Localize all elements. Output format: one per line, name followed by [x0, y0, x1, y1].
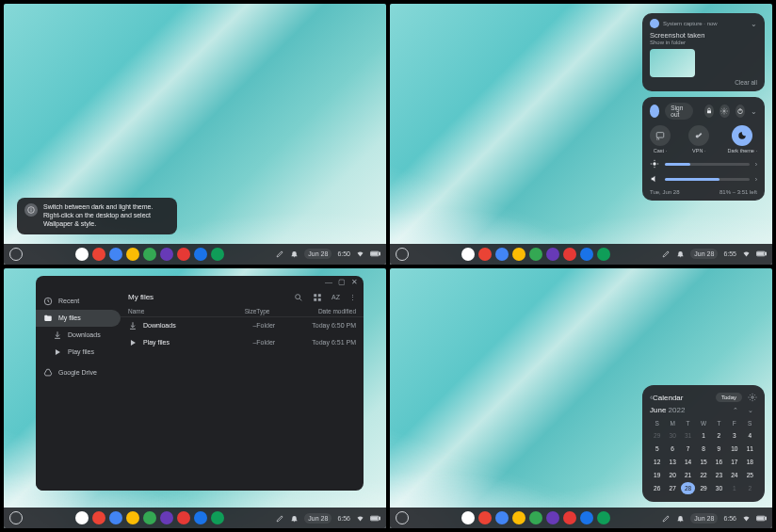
cal-day[interactable]: 28 — [681, 482, 695, 494]
app-youtube-icon[interactable] — [563, 248, 576, 261]
app-gmail-icon[interactable] — [478, 248, 492, 261]
sidebar-item-gdrive[interactable]: Google Drive — [36, 364, 121, 381]
tip-toast[interactable]: Switch between dark and light theme. Rig… — [17, 198, 177, 234]
app-chrome-icon[interactable] — [75, 248, 89, 261]
app-drive-icon[interactable] — [580, 248, 593, 261]
cal-day[interactable]: 22 — [696, 469, 710, 481]
cal-day[interactable]: 5 — [650, 443, 664, 455]
app-chrome-icon[interactable] — [461, 511, 475, 524]
app-sheets-icon[interactable] — [529, 511, 542, 524]
cal-day[interactable]: 2 — [712, 429, 726, 442]
app-keep-icon[interactable] — [512, 511, 525, 524]
cal-day[interactable]: 19 — [650, 469, 664, 481]
maximize-icon[interactable]: ▢ — [338, 278, 346, 286]
cal-day[interactable]: 10 — [727, 443, 741, 455]
app-gmail-icon[interactable] — [92, 511, 105, 524]
cal-day[interactable]: 13 — [665, 456, 679, 468]
app-app1-icon[interactable] — [160, 248, 173, 261]
cal-day[interactable]: 2 — [743, 482, 757, 494]
cal-day[interactable]: 8 — [696, 443, 710, 455]
notif-sub[interactable]: Show in folder — [650, 40, 757, 45]
sidebar-item-recent[interactable]: Recent — [36, 293, 121, 310]
cal-day[interactable]: 31 — [681, 429, 695, 442]
cal-day[interactable]: 20 — [665, 469, 679, 481]
cal-day[interactable]: 1 — [727, 482, 741, 494]
power-icon[interactable] — [736, 105, 745, 118]
gear-icon[interactable] — [719, 105, 729, 118]
cal-day[interactable]: 30 — [712, 482, 726, 494]
status-tray[interactable]: Jun 28 6:56 — [276, 513, 380, 524]
app-app1-icon[interactable] — [160, 511, 173, 524]
sidebar-item-myfiles[interactable]: My files — [36, 310, 121, 327]
cal-day[interactable]: 17 — [727, 456, 741, 468]
volume-slider[interactable]: › — [650, 174, 757, 184]
app-docs-icon[interactable] — [109, 511, 122, 524]
signout-button[interactable]: Sign out — [665, 103, 693, 120]
cal-day[interactable]: 7 — [681, 443, 695, 455]
tile-cast[interactable]: Cast · — [650, 125, 671, 153]
minimize-icon[interactable]: — — [325, 278, 332, 286]
avatar[interactable] — [650, 105, 659, 118]
cal-day[interactable]: 29 — [650, 429, 664, 442]
app-drive-icon[interactable] — [194, 511, 207, 524]
tile-vpn[interactable]: VPN · — [688, 125, 709, 153]
app-play-icon[interactable] — [597, 511, 610, 524]
cal-day[interactable]: 9 — [712, 443, 726, 455]
search-icon[interactable] — [294, 293, 303, 302]
grid-view-icon[interactable] — [313, 293, 322, 302]
app-sheets-icon[interactable] — [143, 248, 156, 261]
cal-day[interactable]: 29 — [696, 482, 710, 494]
lock-icon[interactable] — [704, 105, 714, 118]
app-app1-icon[interactable] — [546, 511, 559, 524]
app-app1-icon[interactable] — [546, 248, 559, 261]
prev-month-icon[interactable]: ⌃ — [729, 407, 742, 413]
app-keep-icon[interactable] — [512, 248, 525, 261]
app-play-icon[interactable] — [597, 248, 610, 261]
app-play-icon[interactable] — [211, 511, 224, 524]
cal-day[interactable]: 27 — [665, 482, 679, 494]
close-icon[interactable]: ✕ — [351, 278, 358, 286]
launcher-button[interactable] — [396, 511, 409, 524]
cal-day[interactable]: 23 — [712, 469, 726, 481]
today-button[interactable]: Today — [716, 393, 742, 402]
cal-day[interactable]: 30 — [665, 429, 679, 442]
cal-day[interactable]: 24 — [727, 469, 741, 481]
cal-day[interactable]: 12 — [650, 456, 664, 468]
screenshot-thumbnail[interactable] — [650, 49, 695, 77]
app-docs-icon[interactable] — [109, 248, 122, 261]
column-header[interactable]: Name Size Type Date modified — [121, 306, 364, 317]
launcher-button[interactable] — [396, 248, 409, 261]
app-gmail-icon[interactable] — [92, 248, 105, 261]
launcher-button[interactable] — [9, 511, 23, 524]
sort-button[interactable]: AZ — [331, 294, 340, 300]
launcher-button[interactable] — [9, 248, 23, 261]
app-youtube-icon[interactable] — [177, 511, 190, 524]
next-month-icon[interactable]: ⌄ — [744, 407, 757, 413]
cal-day[interactable]: 26 — [650, 482, 664, 494]
app-youtube-icon[interactable] — [563, 511, 576, 524]
tile-dark[interactable]: Dark theme · — [728, 125, 757, 153]
app-keep-icon[interactable] — [126, 248, 139, 261]
cal-day[interactable]: 4 — [743, 429, 757, 442]
app-youtube-icon[interactable] — [177, 248, 190, 261]
cal-day[interactable]: 6 — [665, 443, 679, 455]
cal-day[interactable]: 25 — [743, 469, 757, 481]
status-tray[interactable]: Jun 28 6:56 — [662, 513, 767, 524]
clear-all-button[interactable]: Clear all — [650, 79, 757, 86]
cal-day[interactable]: 15 — [696, 456, 710, 468]
app-gmail-icon[interactable] — [478, 511, 492, 524]
cal-day[interactable]: 1 — [696, 429, 710, 442]
app-drive-icon[interactable] — [194, 248, 207, 261]
app-docs-icon[interactable] — [495, 511, 509, 524]
app-chrome-icon[interactable] — [461, 248, 475, 261]
notification-card[interactable]: System capture · now ⌄ Screenshot taken … — [642, 13, 765, 91]
table-row[interactable]: Downloads – Folder Today 6:50 PM — [121, 317, 364, 334]
app-sheets-icon[interactable] — [529, 248, 542, 261]
chevron-right-icon[interactable]: › — [755, 161, 757, 168]
table-row[interactable]: Play files – Folder Today 6:51 PM — [121, 334, 364, 351]
status-tray[interactable]: Jun 28 6:55 — [662, 249, 767, 259]
chevron-down-icon[interactable]: ⌄ — [751, 20, 757, 28]
sidebar-item-downloads[interactable]: Downloads — [36, 327, 121, 344]
more-icon[interactable]: ⋮ — [349, 294, 356, 301]
app-docs-icon[interactable] — [495, 248, 509, 261]
